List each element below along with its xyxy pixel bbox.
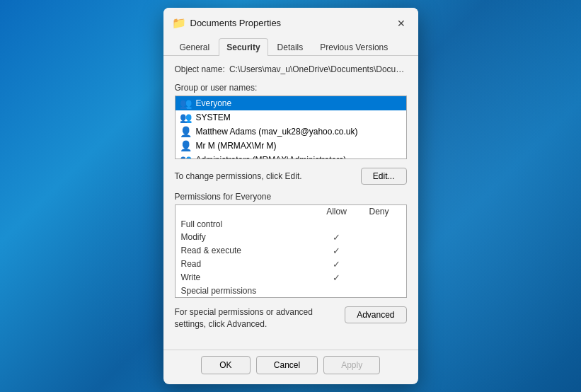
perm-name-read: Read <box>181 259 316 270</box>
perm-name-modify: Modify <box>181 232 316 243</box>
perm-row-write: Write ✓ <box>176 271 406 284</box>
object-name-row: Object name: C:\Users\mav_u\OneDrive\Doc… <box>175 64 407 74</box>
change-perms-row: To change permissions, click Edit. Edit.… <box>175 168 407 185</box>
user-item-mrm[interactable]: 👤 Mr M (MRMAX\Mr M) <box>176 139 406 153</box>
perm-deny-read <box>358 259 401 270</box>
perm-name-special: Special permissions <box>181 286 316 296</box>
perm-header-allow: Allow <box>316 207 358 217</box>
permissions-label: Permissions for Everyone <box>175 192 407 202</box>
perm-allow-read: ✓ <box>316 259 358 270</box>
perm-allow-read-execute: ✓ <box>316 246 358 256</box>
user-name-mrm: Mr M (MRMAX\Mr M) <box>196 141 277 151</box>
user-name-matthew: Matthew Adams (mav_uk28@yahoo.co.uk) <box>196 127 358 137</box>
title-bar: 📁 Documents Properties ✕ <box>163 8 418 32</box>
perm-row-modify: Modify ✓ <box>176 231 406 244</box>
dialog-content: Object name: C:\Users\mav_u\OneDrive\Doc… <box>163 56 418 350</box>
group-user-names-label: Group or user names: <box>175 83 407 93</box>
apply-button[interactable]: Apply <box>323 356 380 374</box>
user-icon-matthew: 👤 <box>180 126 192 137</box>
user-item-matthew[interactable]: 👤 Matthew Adams (mav_uk28@yahoo.co.uk) <box>176 125 406 139</box>
perm-name-write: Write <box>181 272 316 283</box>
perm-allow-full-control <box>316 219 358 229</box>
documents-properties-dialog: 📁 Documents Properties ✕ General Securit… <box>163 8 418 385</box>
tab-security[interactable]: Security <box>219 38 268 56</box>
perm-deny-read-execute <box>358 246 401 256</box>
tab-general[interactable]: General <box>172 38 218 56</box>
cancel-button[interactable]: Cancel <box>256 356 318 374</box>
permissions-header: Allow Deny <box>176 205 406 218</box>
users-list[interactable]: 👥 Everyone 👥 SYSTEM 👤 Matthew Adams (mav… <box>175 96 407 159</box>
perm-allow-modify: ✓ <box>316 232 358 243</box>
perm-allow-write: ✓ <box>316 272 358 283</box>
perm-header-name <box>181 207 316 217</box>
user-name-administrators: Administrators (MRMAX\Administrators) <box>196 155 347 159</box>
perm-row-read: Read ✓ <box>176 258 406 271</box>
user-icon-mrm: 👤 <box>180 140 192 151</box>
perm-allow-special <box>316 286 358 296</box>
edit-button[interactable]: Edit... <box>361 168 407 185</box>
user-item-administrators[interactable]: 👥 Administrators (MRMAX\Administrators) <box>176 153 406 159</box>
perm-deny-write <box>358 272 401 283</box>
permissions-table: Allow Deny Full control Modify ✓ Read & … <box>175 204 407 298</box>
tab-previous-versions[interactable]: Previous Versions <box>312 38 396 56</box>
object-name-label: Object name: <box>175 64 225 74</box>
perm-row-read-execute: Read & execute ✓ <box>176 244 406 258</box>
perm-header-deny: Deny <box>358 207 401 217</box>
tab-details[interactable]: Details <box>270 38 311 56</box>
user-icon-system: 👥 <box>180 112 192 123</box>
change-perms-text: To change permissions, click Edit. <box>175 171 361 181</box>
advanced-row: For special permissions or advanced sett… <box>175 306 407 330</box>
dialog-buttons: OK Cancel Apply <box>163 350 418 384</box>
user-icon-everyone: 👥 <box>180 98 192 109</box>
user-icon-administrators: 👥 <box>180 154 192 159</box>
perm-deny-special <box>358 286 401 296</box>
user-name-everyone: Everyone <box>196 98 232 108</box>
folder-icon: 📁 <box>172 16 186 30</box>
close-button[interactable]: ✕ <box>393 15 410 32</box>
tab-bar: General Security Details Previous Versio… <box>163 32 418 56</box>
perm-row-special: Special permissions <box>176 284 406 297</box>
ok-button[interactable]: OK <box>201 356 251 374</box>
title-bar-left: 📁 Documents Properties <box>172 16 282 30</box>
perm-name-read-execute: Read & execute <box>181 246 316 256</box>
perm-row-full-control: Full control <box>176 218 406 231</box>
user-name-system: SYSTEM <box>196 113 231 122</box>
perm-name-full-control: Full control <box>181 219 316 229</box>
advanced-button[interactable]: Advanced <box>345 306 406 323</box>
dialog-title: Documents Properties <box>190 18 282 28</box>
perm-deny-modify <box>358 232 401 243</box>
user-item-everyone[interactable]: 👥 Everyone <box>176 96 406 110</box>
object-name-value: C:\Users\mav_u\OneDrive\Documents\Docume… <box>229 64 407 74</box>
perm-deny-full-control <box>358 219 401 229</box>
user-item-system[interactable]: 👥 SYSTEM <box>176 110 406 125</box>
advanced-text: For special permissions or advanced sett… <box>175 306 338 330</box>
